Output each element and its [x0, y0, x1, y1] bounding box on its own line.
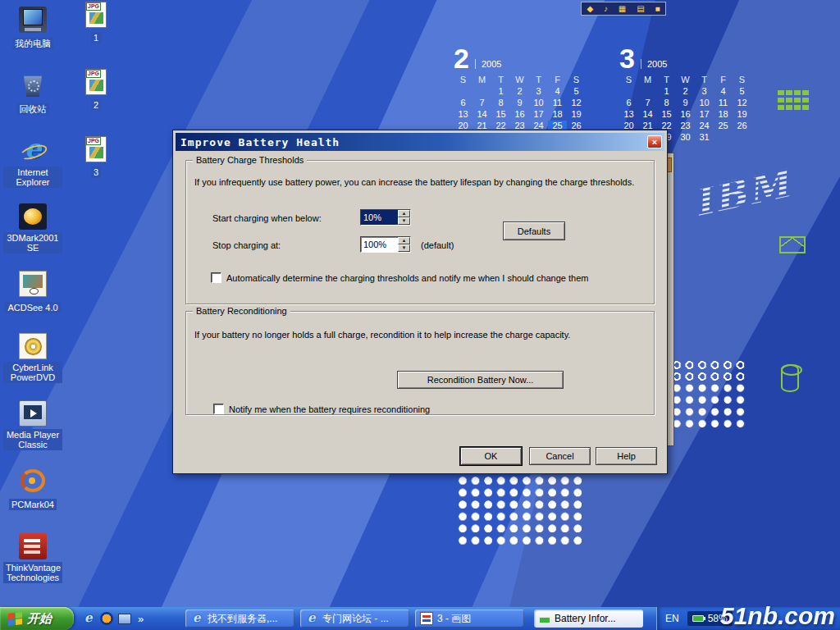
taskbar-task-2[interactable]: 专门网论坛 - ... [300, 609, 409, 628]
calendar-dow: M [472, 75, 491, 85]
calendar-dow: F [714, 75, 733, 85]
default-note: (default) [421, 240, 454, 250]
ie-icon [190, 612, 203, 625]
dots-pattern-rings [671, 359, 748, 382]
calendar-day: 16 [510, 109, 529, 120]
desktop-icon-label: 3DMark2001 SE [3, 232, 62, 253]
desktop-icon-powerdvd[interactable]: CyberLink PowerDVD [2, 333, 63, 384]
calendar-day: 10 [695, 98, 714, 108]
desktop-icon-pcmark[interactable]: PCMark04 [2, 468, 63, 511]
ie-icon [305, 612, 318, 625]
battery-icon [539, 617, 550, 623]
stop-charging-value[interactable]: 100% [361, 237, 398, 252]
jpg-file-icon: JPG [85, 69, 107, 95]
start-charging-spinner[interactable]: 10% ▲ ▼ [360, 209, 411, 226]
media-quicklaunch-icon[interactable] [100, 612, 113, 625]
calendar-day: 13 [454, 109, 472, 120]
spinner-buttons: ▲ ▼ [398, 210, 410, 225]
close-button[interactable]: × [647, 135, 662, 148]
improve-battery-health-dialog: Improve Battery Health × Battery Charge … [172, 130, 668, 474]
desktop-icon-thinkvantage[interactable]: ThinkVantage Technologies [2, 533, 63, 584]
auto-determine-checkbox[interactable]: Automatically determine the charging thr… [211, 272, 588, 283]
paint-icon [420, 612, 433, 625]
taskbar-task-3[interactable]: 3 - 画图 [415, 609, 524, 628]
calendar-day: 1 [491, 86, 510, 97]
desktop-icon-acdsee[interactable]: ACDSee 4.0 [2, 271, 63, 314]
checkbox-icon[interactable] [213, 404, 224, 414]
calendar-dow: S [567, 75, 586, 85]
help-button[interactable]: Help [596, 447, 657, 465]
display-icon[interactable]: ▦ [619, 5, 626, 13]
spin-up-icon[interactable]: ▲ [398, 237, 410, 244]
calendar-day: 17 [695, 109, 714, 120]
jpg-file-icon: JPG [85, 2, 107, 28]
desktop-icon-label: Internet Explorer [3, 167, 62, 188]
dialog-titlebar[interactable]: Improve Battery Health × [176, 133, 664, 151]
mail-icon [779, 236, 806, 253]
audio-icon[interactable]: ♪ [604, 5, 608, 13]
calendar-dow: W [676, 75, 695, 85]
start-label: 开始 [27, 611, 52, 627]
3dmark-icon [19, 203, 47, 230]
power-icon[interactable]: ■ [655, 5, 660, 13]
desktop-icon-label: CyberLink PowerDVD [3, 362, 62, 383]
spin-down-icon[interactable]: ▼ [398, 217, 410, 225]
calendar-month: 2 [454, 44, 469, 72]
calendar-day: 3 [529, 86, 548, 97]
calendar-day [472, 86, 491, 97]
dots-pattern-right [671, 382, 748, 430]
desktop-quicklaunch-icon[interactable] [118, 614, 131, 624]
calendar-day: 25 [714, 121, 733, 131]
thinkvantage-icon [19, 533, 47, 559]
jpg-thumbnail [89, 80, 103, 91]
notify-reconditioning-checkbox[interactable]: Notify me when the battery requires reco… [213, 404, 430, 414]
desktop-icon-media-player-classic[interactable]: Media Player Classic [2, 400, 63, 451]
osd-toolbar[interactable]: ◆♪▦▤■ [581, 2, 666, 16]
desktop-icon-recycle-bin[interactable]: 回收站 [2, 72, 63, 116]
desktop-icons: 我的电脑回收站Internet Explorer3DMark2001 SEACD… [2, 0, 63, 630]
desktop-icon-3dmark[interactable]: 3DMark2001 SE [2, 203, 63, 254]
desktop-icon-jpg-2[interactable]: JPG2 [72, 69, 120, 112]
desktop-icon-my-computer[interactable]: 我的电脑 [2, 7, 63, 50]
calendar-dow: W [510, 75, 529, 85]
watermark: 51nb.com [720, 602, 835, 630]
desktop-icon-jpg-3[interactable]: JPG3 [72, 136, 120, 179]
notify-reconditioning-label: Notify me when the battery requires reco… [229, 404, 430, 414]
jpg-tag-label: JPG [86, 2, 101, 11]
taskbar-task-4[interactable]: Battery Infor... [534, 609, 643, 628]
jpg-tag-label: JPG [86, 137, 101, 145]
ok-button[interactable]: OK [460, 447, 522, 465]
calendar-dow: M [638, 75, 657, 85]
calendar-day [638, 86, 657, 97]
start-charging-value[interactable]: 10% [361, 210, 398, 225]
battery-reconditioning-group: Battery Reconditioning If your battery n… [185, 311, 655, 415]
start-button[interactable]: 开始 [0, 607, 74, 630]
spin-down-icon[interactable]: ▼ [398, 244, 410, 252]
language-indicator[interactable]: EN [665, 613, 679, 624]
defaults-button[interactable]: Defaults [503, 221, 565, 240]
acdsee-icon [19, 271, 47, 297]
taskbar-task-1[interactable]: 找不到服务器,... [185, 609, 294, 628]
cancel-button[interactable]: Cancel [529, 447, 591, 465]
ie-quicklaunch-icon[interactable] [82, 612, 95, 625]
task-label: 3 - 画图 [437, 612, 471, 626]
calendar-day: 6 [454, 98, 472, 108]
desktop-icon-internet-explorer[interactable]: Internet Explorer [2, 138, 63, 189]
spin-up-icon[interactable]: ▲ [398, 210, 410, 217]
settings-icon[interactable]: ▤ [637, 5, 644, 13]
chevron-icon[interactable]: » [138, 613, 144, 625]
start-charging-label: Start charging when below: [212, 213, 322, 223]
calendar-day: 14 [472, 109, 491, 120]
desktop-icon-label: Media Player Classic [3, 429, 62, 450]
calendar-year: 2005 [475, 59, 501, 69]
calendar-day: 10 [529, 98, 548, 108]
pointer-icon[interactable]: ◆ [587, 5, 593, 13]
stop-charging-spinner[interactable]: 100% ▲ ▼ [360, 236, 411, 253]
desktop-icon-label: 回收站 [17, 103, 49, 115]
calendar-dow: T [657, 75, 676, 85]
close-icon: × [652, 138, 657, 147]
desktop-icon-jpg-1[interactable]: JPG1 [72, 2, 120, 44]
checkbox-icon[interactable] [211, 272, 221, 283]
desktop-icon-label: PCMark04 [9, 499, 57, 510]
recondition-battery-button[interactable]: Recondition Battery Now... [397, 371, 564, 389]
